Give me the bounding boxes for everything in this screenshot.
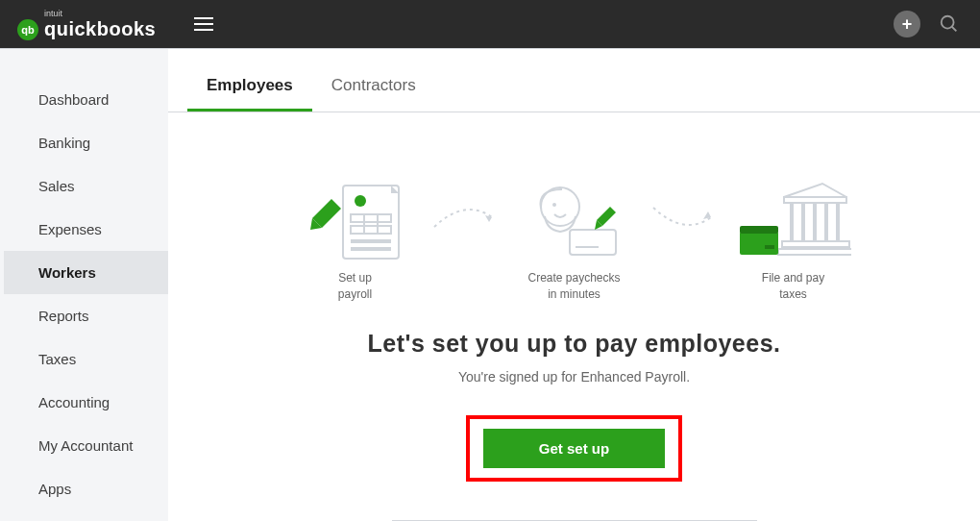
onboarding-hero: Set up payroll [168, 112, 980, 521]
cta-highlight-frame: Get set up [466, 415, 682, 482]
topbar: qb intuit quickbooks + [0, 0, 980, 48]
sidebar-item-workers[interactable]: Workers [0, 251, 168, 294]
search-icon[interactable] [936, 11, 963, 37]
hero-subline: You're signed up for Enhanced Payroll. [458, 369, 690, 385]
arrow-icon [431, 203, 499, 236]
sidebar-item-reports[interactable]: Reports [0, 294, 168, 337]
svg-rect-24 [782, 241, 849, 247]
tab-employees[interactable]: Employees [187, 70, 312, 112]
svg-rect-25 [778, 249, 851, 255]
create-new-icon[interactable]: + [894, 11, 920, 37]
arrow-icon [650, 203, 718, 236]
sidebar-item-banking[interactable]: Banking [0, 121, 168, 164]
hero-headline: Let's set you up to pay employees. [367, 330, 780, 358]
quickbooks-logomark: qb [17, 19, 38, 40]
svg-point-13 [552, 203, 556, 207]
sidebar-item-apps[interactable]: Apps [0, 467, 168, 510]
svg-rect-9 [351, 247, 391, 251]
svg-rect-14 [570, 230, 616, 255]
brand-logo[interactable]: qb intuit quickbooks [17, 9, 156, 40]
brand-name: quickbooks [44, 18, 156, 40]
menu-toggle-icon[interactable] [194, 13, 213, 35]
step1-line1: Set up [338, 271, 372, 285]
sidebar-item-expenses[interactable]: Expenses [0, 208, 168, 251]
svg-rect-8 [351, 239, 391, 243]
file-pay-taxes-icon [722, 180, 866, 264]
sidebar-item-sales[interactable]: Sales [0, 164, 168, 208]
get-set-up-button[interactable]: Get set up [483, 429, 665, 468]
svg-rect-5 [351, 226, 391, 234]
sidebar: Dashboard Banking Sales Expenses Workers… [0, 49, 168, 521]
divider [392, 520, 757, 521]
main-panel: Employees Contractors [168, 49, 980, 521]
step1-line2: payroll [338, 287, 372, 301]
step-setup-payroll: Set up payroll [283, 180, 428, 303]
create-paychecks-icon [502, 180, 647, 264]
steps-row: Set up payroll [283, 180, 866, 303]
step2-line2: in minutes [548, 287, 600, 301]
svg-line-1 [952, 27, 957, 32]
sidebar-item-accounting[interactable]: Accounting [0, 381, 168, 424]
step3-line2: taxes [779, 287, 807, 301]
tab-contractors[interactable]: Contractors [312, 70, 435, 112]
brand-parent: intuit [44, 9, 156, 18]
step2-line1: Create paychecks [527, 271, 620, 285]
step-create-paychecks: Create paychecks in minutes [502, 180, 647, 303]
sidebar-item-dashboard[interactable]: Dashboard [0, 78, 168, 121]
sidebar-item-taxes[interactable]: Taxes [0, 337, 168, 381]
svg-rect-28 [765, 245, 774, 249]
svg-rect-18 [784, 197, 846, 203]
svg-rect-27 [740, 226, 778, 234]
svg-rect-26 [740, 232, 778, 255]
step-file-pay-taxes: File and pay taxes [722, 180, 866, 303]
svg-point-3 [355, 195, 366, 207]
svg-point-0 [942, 16, 954, 29]
sidebar-item-my-accountant[interactable]: My Accountant [0, 424, 168, 467]
svg-rect-4 [351, 214, 391, 222]
step3-line1: File and pay [762, 271, 824, 285]
setup-payroll-icon [283, 180, 428, 264]
tabs: Employees Contractors [168, 49, 980, 112]
